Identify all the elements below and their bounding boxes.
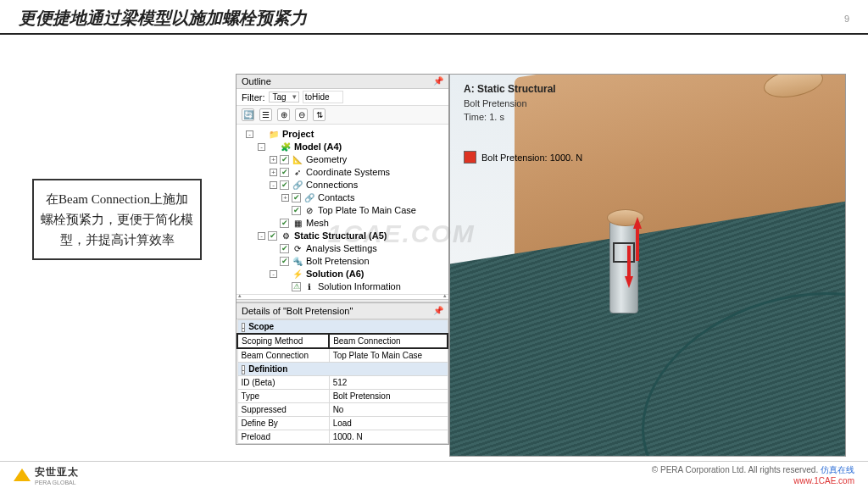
tree-item[interactable]: ✔▦Mesh bbox=[236, 217, 448, 230]
tree-item[interactable]: -🧩Model (A4) bbox=[236, 141, 448, 153]
tree-node-icon: 🔗 bbox=[303, 193, 315, 203]
expand-toggle-icon[interactable]: + bbox=[270, 169, 277, 176]
property-name: Preload bbox=[237, 430, 329, 444]
status-check-icon: ✔ bbox=[280, 168, 289, 177]
sort-icon[interactable]: ⇅ bbox=[313, 108, 326, 121]
tree-item[interactable]: -✔⚙Static Structural (A5) bbox=[236, 230, 448, 242]
status-check-icon: ✔ bbox=[280, 180, 289, 190]
tree-item[interactable]: +✔➶Coordinate Systems bbox=[236, 166, 448, 179]
tree-item[interactable]: ✔⊘Top Plate To Main Case bbox=[236, 204, 448, 217]
property-value[interactable]: Load bbox=[329, 417, 448, 430]
tree-node-label: Bolt Pretension bbox=[306, 255, 370, 268]
property-value[interactable]: 512 bbox=[329, 376, 448, 390]
section-header[interactable]: -Definition bbox=[237, 363, 448, 376]
property-value[interactable]: No bbox=[329, 403, 448, 417]
property-name: Type bbox=[237, 390, 329, 403]
expand-toggle-icon[interactable]: - bbox=[258, 143, 265, 151]
expand-toggle-icon[interactable]: + bbox=[281, 194, 289, 202]
graphics-viewport[interactable]: A: Static Structural Bolt Pretension Tim… bbox=[449, 74, 846, 457]
expand-toggle-icon[interactable]: - bbox=[270, 181, 277, 189]
tree-item[interactable]: ✔⟳Analysis Settings bbox=[236, 242, 448, 255]
tree-node-icon: ⊘ bbox=[303, 206, 315, 216]
footer-link-url[interactable]: www.1CAE.com bbox=[793, 476, 854, 485]
tree-node-label: Static Structural (A5) bbox=[294, 230, 387, 242]
pin-icon[interactable]: 📌 bbox=[433, 306, 443, 316]
refresh-icon[interactable]: 🔄 bbox=[242, 108, 254, 121]
section-header[interactable]: -Scope bbox=[237, 320, 448, 335]
tree-node-label: Analysis Settings bbox=[306, 242, 377, 255]
logo-triangle-icon bbox=[14, 469, 31, 481]
tree-node-icon: ⚙ bbox=[280, 231, 292, 241]
tree-node-label: Model (A4) bbox=[294, 141, 342, 153]
tree-node-label: Top Plate To Main Case bbox=[318, 204, 416, 217]
expand-toggle-icon[interactable]: + bbox=[270, 156, 277, 164]
filter-dropdown[interactable]: Tag bbox=[269, 92, 299, 103]
tree-node-label: Connections bbox=[306, 179, 358, 191]
tree-node-label: Solution (A6) bbox=[306, 268, 364, 280]
viewport-title: A: Static Structural bbox=[464, 83, 556, 95]
expand-icon[interactable]: ⊕ bbox=[277, 108, 290, 121]
tree-node-icon: ▦ bbox=[292, 219, 303, 229]
outline-title: Outline bbox=[242, 76, 271, 86]
tree-node-icon: ➶ bbox=[292, 168, 303, 178]
property-name: Beam Connection bbox=[237, 348, 329, 363]
tree-item[interactable]: ✔🔩Bolt Pretension bbox=[236, 255, 448, 268]
tree-item[interactable]: ⚠ℹSolution Information bbox=[236, 280, 448, 293]
outline-toolbar: 🔄 ☰ ⊕ ⊖ ⇅ bbox=[236, 106, 448, 125]
legend-swatch-icon bbox=[464, 151, 476, 164]
field-icon[interactable]: ☰ bbox=[259, 108, 272, 121]
viewport-subtitle: Bolt Pretension bbox=[464, 98, 527, 108]
tree-item[interactable]: -📁Project bbox=[236, 128, 448, 141]
tree-node-label: Geometry bbox=[306, 153, 347, 166]
force-arrow-up-icon bbox=[633, 217, 642, 229]
status-check-icon: ✔ bbox=[292, 206, 301, 215]
property-name: Scoping Method bbox=[237, 334, 329, 348]
property-name: Define By bbox=[237, 417, 329, 430]
status-check-icon: ✔ bbox=[280, 257, 289, 266]
tree-item[interactable]: -⚡Solution (A6) bbox=[236, 268, 448, 280]
page-number: 9 bbox=[844, 14, 849, 24]
tree-item[interactable]: +✔🔗Contacts bbox=[236, 191, 448, 204]
property-value[interactable]: Top Plate To Main Case bbox=[329, 348, 448, 363]
tree-node-icon: ℹ bbox=[303, 282, 315, 292]
tree-node-label: Solution Information bbox=[318, 280, 401, 293]
tree-item[interactable]: -✔🔗Connections bbox=[236, 179, 448, 191]
viewport-legend: Bolt Pretension: 1000. N bbox=[464, 151, 582, 164]
tree-item[interactable]: +✔📐Geometry bbox=[236, 153, 448, 166]
callout-box: 在Beam Connection上施加螺栓预紧力，更便于简化模型，并提高计算效率 bbox=[32, 179, 202, 260]
filter-label: Filter: bbox=[242, 92, 265, 103]
status-check-icon: ⚠ bbox=[292, 282, 301, 291]
status-check-icon: ✔ bbox=[268, 231, 277, 241]
footer-link-sim[interactable]: 仿真在线 bbox=[821, 465, 854, 474]
footer-copyright: © PERA Corporation Ltd. All rights reser… bbox=[652, 464, 854, 485]
expand-toggle-icon[interactable]: - bbox=[246, 130, 253, 138]
move-handle-icon[interactable] bbox=[613, 242, 635, 263]
brand-logo: 安世亚太PERA GLOBAL bbox=[14, 465, 79, 485]
property-value[interactable]: 1000. N bbox=[329, 430, 448, 444]
tree-node-label: Contacts bbox=[318, 191, 354, 204]
tree-node-icon: 📁 bbox=[268, 130, 280, 140]
expand-toggle-icon[interactable]: - bbox=[258, 232, 265, 240]
tree-node-label: Coordinate Systems bbox=[306, 166, 390, 179]
bolt-geometry bbox=[609, 220, 638, 313]
expand-toggle-icon[interactable]: - bbox=[270, 270, 277, 278]
status-check-icon: ✔ bbox=[292, 193, 301, 202]
status-check-icon: ✔ bbox=[280, 155, 289, 164]
property-value[interactable]: Bolt Pretension bbox=[329, 390, 448, 403]
details-grid[interactable]: -ScopeScoping MethodBeam ConnectionBeam … bbox=[236, 319, 448, 444]
filter-text-input[interactable] bbox=[303, 91, 343, 103]
property-name: Suppressed bbox=[237, 403, 329, 417]
tree-node-icon: ⚡ bbox=[292, 269, 303, 280]
collapse-icon[interactable]: ⊖ bbox=[295, 108, 308, 121]
page-title: 更便捷地通过梁模型以施加螺栓预紧力 bbox=[19, 7, 307, 30]
tree-node-icon: ⟳ bbox=[292, 244, 303, 254]
force-arrow-down-icon bbox=[625, 276, 633, 288]
outline-panel: Outline 📌 Filter: Tag 🔄 ☰ ⊕ ⊖ ⇅ -📁Projec… bbox=[236, 74, 449, 445]
tree-node-icon: 🔗 bbox=[292, 180, 303, 191]
outline-tree[interactable]: -📁Project-🧩Model (A4)+✔📐Geometry+✔➶Coord… bbox=[236, 125, 448, 294]
property-value[interactable]: Beam Connection bbox=[329, 334, 448, 348]
pin-icon[interactable]: 📌 bbox=[433, 76, 443, 86]
tree-node-label: Project bbox=[282, 128, 314, 141]
status-check-icon: ✔ bbox=[280, 219, 289, 228]
tree-node-icon: 📐 bbox=[292, 155, 303, 165]
